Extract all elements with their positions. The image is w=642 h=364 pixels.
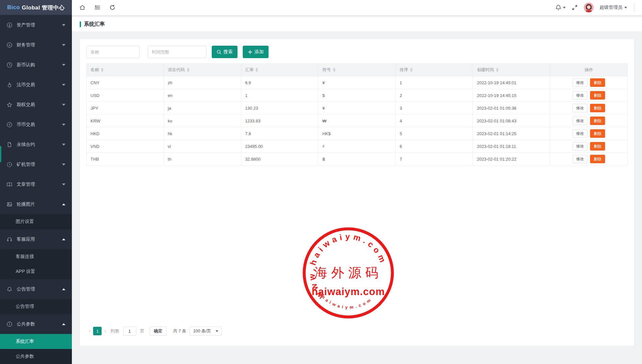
notifications-button[interactable] — [555, 4, 566, 11]
user-menu[interactable]: 超级管理员 — [600, 5, 627, 10]
title-accent-bar — [80, 22, 81, 27]
sidebar-item-support[interactable]: 客服应用 — [0, 229, 72, 249]
table-header-row: 名称语言代码汇率符号排序创建时间操作 — [87, 64, 628, 76]
sidebar-item-options[interactable]: 期权交易 — [0, 95, 72, 115]
home-icon[interactable] — [79, 4, 86, 11]
edit-button[interactable]: 修改 — [572, 78, 587, 87]
refresh-icon[interactable] — [109, 4, 116, 11]
next-page-button[interactable]: › — [102, 328, 108, 334]
sidebar-subitem-public-params[interactable]: 公共参数 — [0, 349, 72, 364]
sort-icon[interactable] — [333, 68, 336, 72]
sidebar-item-new-coin[interactable]: 新币认购 — [0, 55, 72, 75]
sidebar-item-perpetual[interactable]: 永续合约 — [0, 135, 72, 154]
sort-icon[interactable] — [255, 68, 258, 72]
sidebar-item-params[interactable]: 公共参数 — [0, 314, 72, 334]
sidebar-subitem-app-settings[interactable]: APP 设置 — [0, 264, 72, 279]
sort-icon[interactable] — [187, 68, 189, 72]
cell-name: KRW — [87, 115, 164, 127]
cell-code: hk — [164, 127, 241, 140]
sidebar-item-articles[interactable]: 文章管理 — [0, 174, 72, 194]
sidebar-item-carousel[interactable]: 轮播图片 — [0, 194, 72, 214]
column-header-label: 汇率 — [245, 67, 254, 73]
sidebar-subitem-support-link[interactable]: 客服连接 — [0, 249, 72, 264]
sidebar-item-assets[interactable]: $ 资产管理 — [0, 15, 72, 35]
sort-icon[interactable] — [496, 68, 499, 72]
chevron-down-icon — [62, 44, 65, 46]
delete-button[interactable]: 删除 — [590, 91, 605, 100]
search-button-label: 搜索 — [223, 49, 233, 55]
sidebar-subitem-system-rates[interactable]: 系统汇率 — [0, 334, 72, 349]
table-row: THBth32.8800฿72023-02-01 01:20:22修改删除 — [87, 153, 628, 166]
sort-icon[interactable] — [101, 68, 104, 72]
edit-button[interactable]: 修改 — [572, 117, 587, 125]
edit-button[interactable]: 修改 — [572, 155, 587, 163]
page-size-select[interactable]: 100 条/页 — [189, 326, 222, 336]
edit-button[interactable]: 修改 — [572, 142, 587, 150]
sidebar: Bico Global 管理中心 $ 资产管理 ¥ 财务管理 新币认购 法币交易… — [0, 0, 72, 364]
sidebar-item-spot[interactable]: 币币交易 — [0, 115, 72, 135]
cell-name: JPY — [87, 102, 164, 115]
add-button[interactable]: 添加 — [243, 46, 269, 58]
sidebar-scrollbar-thumb[interactable] — [0, 146, 1, 162]
watermark-arc-top-text: www.haiwaiym.com — [307, 232, 388, 301]
sidebar-subitem-image-settings[interactable]: 图片设置 — [0, 214, 72, 229]
page-1-button[interactable]: 1 — [93, 327, 102, 335]
date-range-input[interactable] — [148, 46, 206, 58]
sidebar-subitem-announce-manage[interactable]: 公告管理 — [0, 299, 72, 314]
topbar-left — [79, 4, 116, 11]
topbar-right: 超级管理员 — [555, 3, 635, 12]
sidebar-item-fiat[interactable]: 法币交易 — [0, 75, 72, 95]
column-header: 名称 — [87, 64, 164, 76]
delete-button[interactable]: 删除 — [590, 117, 605, 125]
sidebar-item-miner[interactable]: 矿机管理 — [0, 154, 72, 174]
cell-code: ko — [164, 115, 241, 127]
app-logo: Bico Global 管理中心 — [0, 0, 72, 15]
cell-symbol: ฿ — [318, 153, 396, 166]
plus-icon — [248, 50, 253, 55]
edit-button[interactable]: 修改 — [572, 129, 587, 138]
filter-bar: 搜索 添加 — [86, 46, 628, 58]
name-filter-input[interactable] — [86, 46, 140, 58]
avatar[interactable] — [584, 3, 594, 12]
column-header-label: 排序 — [400, 67, 408, 73]
chevron-down-icon — [62, 164, 65, 166]
fullscreen-icon[interactable] — [571, 4, 578, 11]
cell-created: 2022-10-19 14:45:01 — [473, 76, 550, 89]
delete-button[interactable]: 删除 — [590, 142, 605, 150]
edit-button[interactable]: 修改 — [572, 91, 587, 100]
search-button[interactable]: 搜索 — [212, 46, 238, 58]
star-icon — [7, 102, 12, 108]
cell-code: vi — [164, 140, 241, 153]
content: 搜索 添加 名称语言代码汇率符号排序创建时间操作 CNYzh6.9¥12022-… — [72, 31, 642, 364]
goto-prefix: 到第 — [111, 328, 119, 334]
column-header: 语言代码 — [164, 64, 241, 76]
chevron-down-icon — [62, 104, 65, 106]
goto-page-input[interactable] — [123, 326, 136, 336]
pagination: ‹ 1 › 到第 页 确定 共 7 条 100 条/页 — [86, 322, 628, 340]
delete-button[interactable]: 删除 — [590, 129, 605, 138]
chevron-down-icon — [62, 84, 65, 86]
cell-code: ja — [164, 102, 241, 115]
page-size-value: 100 条/页 — [193, 328, 211, 334]
collapse-menu-icon[interactable] — [94, 4, 101, 11]
delete-button[interactable]: 删除 — [590, 155, 605, 163]
confirm-page-button[interactable]: 确定 — [150, 326, 167, 336]
column-header-label: 语言代码 — [168, 67, 185, 73]
submenu-support: 客服连接APP 设置 — [0, 249, 72, 279]
delete-button[interactable]: 删除 — [590, 78, 605, 87]
prev-page-button[interactable]: ‹ — [86, 328, 93, 334]
table-body: CNYzh6.9¥12022-10-19 14:45:01修改删除USDen1$… — [87, 76, 628, 166]
sidebar-item-finance[interactable]: ¥ 财务管理 — [0, 35, 72, 55]
sort-icon[interactable] — [410, 68, 413, 72]
rates-table: 名称语言代码汇率符号排序创建时间操作 CNYzh6.9¥12022-10-19 … — [86, 63, 628, 166]
goto-suffix: 页 — [140, 328, 144, 334]
clock-icon — [7, 62, 12, 68]
table-row: HKDhk7.8HK$52023-02-01 01:14:25修改删除 — [87, 127, 628, 140]
drawer-handle[interactable] — [634, 3, 635, 12]
delete-button[interactable]: 删除 — [590, 104, 605, 112]
edit-button[interactable]: 修改 — [572, 104, 587, 112]
sidebar-item-announce[interactable]: 公告管理 — [0, 279, 72, 299]
chevron-down-icon — [216, 330, 218, 332]
cell-name: CNY — [87, 76, 164, 89]
chevron-down-icon — [62, 124, 65, 126]
